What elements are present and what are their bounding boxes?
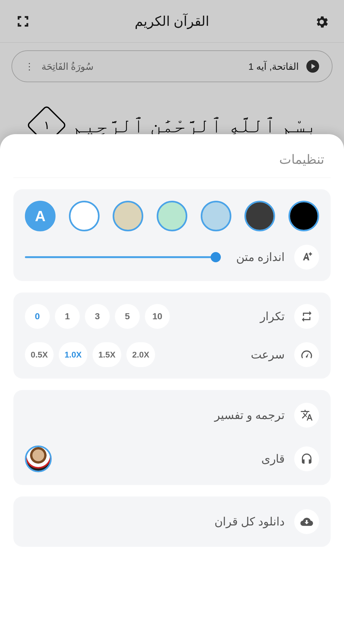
speed-option-1.5X[interactable]: 1.5X — [93, 342, 121, 367]
appearance-card: A اندازه متن — [13, 189, 331, 281]
speed-icon — [294, 342, 319, 367]
settings-sheet: تنظیمات A اندازه متن 013510 تکرار 0.5X1.… — [0, 134, 344, 644]
repeat-option-0[interactable]: 0 — [25, 304, 50, 329]
repeat-icon — [294, 304, 319, 329]
theme-swatches: A — [25, 201, 319, 231]
theme-sepia[interactable] — [113, 201, 143, 231]
theme-dark[interactable] — [244, 201, 275, 231]
speed-option-2.0X[interactable]: 2.0X — [126, 342, 155, 367]
reciter-card: ترجمه و تفسیر قاری — [13, 390, 331, 485]
repeat-option-3[interactable]: 3 — [85, 304, 110, 329]
header: القرآن الكريم — [0, 0, 344, 43]
speed-option-0.5X[interactable]: 0.5X — [25, 342, 54, 367]
translation-row[interactable]: ترجمه و تفسیر — [25, 394, 319, 437]
download-cloud-icon — [294, 509, 319, 534]
headphones-icon — [294, 446, 319, 471]
verse-card[interactable]: ⋮ سُورَةُ الفَاتِحَة الفاتحة, آیه 1 — [11, 50, 333, 82]
sheet-title: تنظیمات — [13, 148, 331, 178]
reciter-row[interactable]: قاری — [25, 437, 319, 481]
download-row[interactable]: دانلود کل قران — [25, 500, 319, 543]
settings-icon[interactable] — [314, 14, 328, 28]
text-size-label: اندازه متن — [236, 250, 285, 264]
verse-reference: الفاتحة, آیه 1 — [248, 61, 299, 72]
speed-label: سرعت — [251, 348, 285, 361]
app-title: القرآن الكريم — [135, 13, 209, 29]
translate-icon — [294, 403, 319, 428]
repeat-row: 013510 تکرار — [25, 304, 319, 329]
theme-mint[interactable] — [157, 201, 187, 231]
text-size-icon — [294, 245, 319, 270]
theme-white[interactable] — [69, 201, 100, 231]
repeat-option-5[interactable]: 5 — [115, 304, 140, 329]
play-icon[interactable] — [306, 60, 319, 73]
fullscreen-icon[interactable] — [16, 14, 30, 28]
speed-option-1.0X[interactable]: 1.0X — [59, 342, 87, 367]
theme-auto[interactable]: A — [25, 201, 56, 231]
download-label: دانلود کل قران — [214, 515, 285, 528]
theme-black[interactable] — [288, 201, 319, 231]
reciter-label: قاری — [261, 452, 285, 466]
download-card: دانلود کل قران — [13, 496, 331, 547]
surah-name: سُورَةُ الفَاتِحَة — [41, 61, 93, 72]
text-size-slider[interactable] — [25, 254, 221, 260]
theme-sky[interactable] — [201, 201, 231, 231]
translation-label: ترجمه و تفسیر — [214, 409, 285, 422]
text-size-row: اندازه متن — [25, 245, 319, 270]
more-icon[interactable]: ⋮ — [25, 61, 34, 72]
playback-card: 013510 تکرار 0.5X1.0X1.5X2.0X سرعت — [13, 293, 331, 379]
repeat-option-1[interactable]: 1 — [55, 304, 80, 329]
reciter-avatar — [25, 445, 52, 472]
repeat-label: تکرار — [260, 310, 285, 323]
speed-row: 0.5X1.0X1.5X2.0X سرعت — [25, 342, 319, 367]
repeat-option-10[interactable]: 10 — [145, 304, 170, 329]
